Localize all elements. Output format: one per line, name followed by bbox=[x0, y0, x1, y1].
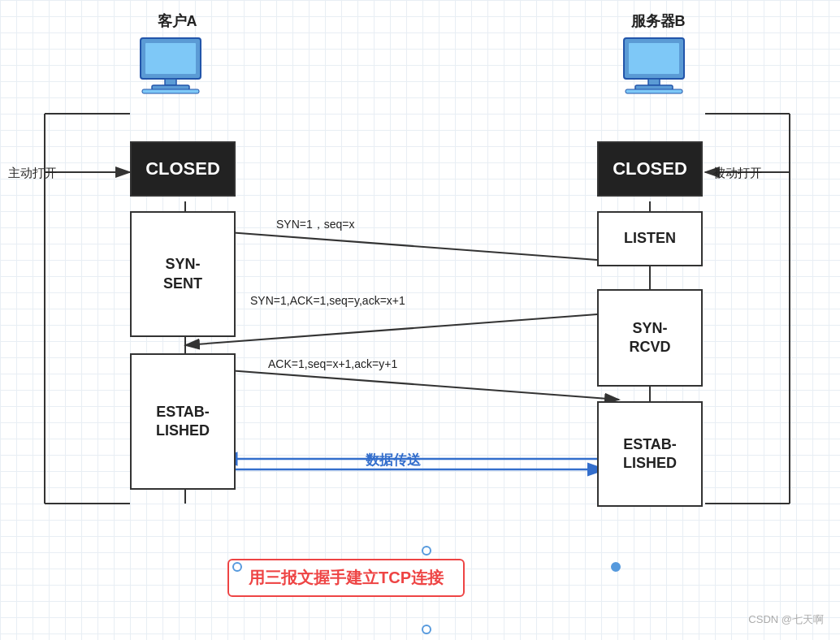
svg-rect-29 bbox=[626, 89, 682, 93]
client-estab-state: ESTAB- LISHED bbox=[130, 353, 236, 490]
syn-sent-label: SYN- SENT bbox=[163, 255, 202, 293]
ack-message: ACK=1,seq=x+1,ack=y+1 bbox=[268, 357, 397, 370]
syn-message: SYN=1，seq=x bbox=[276, 218, 355, 232]
caption-text: 用三报文握手建立TCP连接 bbox=[249, 569, 444, 586]
synack-message: SYN=1,ACK=1,seq=y,ack=x+1 bbox=[250, 294, 405, 307]
svg-point-33 bbox=[422, 547, 431, 555]
caption-box: 用三报文握手建立TCP连接 bbox=[227, 559, 465, 597]
svg-point-31 bbox=[612, 563, 620, 571]
svg-rect-27 bbox=[648, 79, 660, 85]
svg-line-3 bbox=[185, 313, 619, 345]
svg-line-4 bbox=[185, 367, 619, 400]
svg-rect-22 bbox=[165, 79, 176, 85]
content-layer: 客户A 服务器B CLOSED CLOSED SYN- SENT LISTEN … bbox=[0, 0, 840, 640]
client-label: 客户A bbox=[145, 11, 210, 31]
data-transfer-label: 数据传送 bbox=[366, 451, 421, 469]
syn-sent-state: SYN- SENT bbox=[130, 211, 236, 337]
passive-open-label: 被动打开 bbox=[713, 166, 762, 181]
svg-rect-26 bbox=[629, 43, 679, 74]
server-closed-state: CLOSED bbox=[597, 141, 703, 197]
diagram-arrows bbox=[0, 0, 840, 640]
svg-point-32 bbox=[422, 625, 431, 634]
client-closed-state: CLOSED bbox=[130, 141, 236, 197]
server-estab-label: ESTAB- LISHED bbox=[623, 435, 677, 474]
listen-state: LISTEN bbox=[597, 211, 703, 266]
svg-line-2 bbox=[185, 229, 619, 262]
watermark: CSDN @七天啊 bbox=[748, 612, 824, 627]
syn-rcvd-label: SYN- RCVD bbox=[629, 319, 670, 357]
server-computer-icon bbox=[617, 34, 691, 95]
main-container: 客户A 服务器B CLOSED CLOSED SYN- SENT LISTEN … bbox=[0, 0, 840, 640]
server-estab-state: ESTAB- LISHED bbox=[597, 401, 703, 507]
active-open-label: 主动打开 bbox=[8, 166, 57, 181]
server-label: 服务器B bbox=[617, 11, 699, 31]
client-estab-label: ESTAB- LISHED bbox=[156, 403, 210, 441]
svg-rect-24 bbox=[142, 89, 199, 93]
syn-rcvd-state: SYN- RCVD bbox=[597, 289, 703, 387]
svg-rect-21 bbox=[145, 43, 196, 74]
client-computer-icon bbox=[134, 34, 207, 95]
